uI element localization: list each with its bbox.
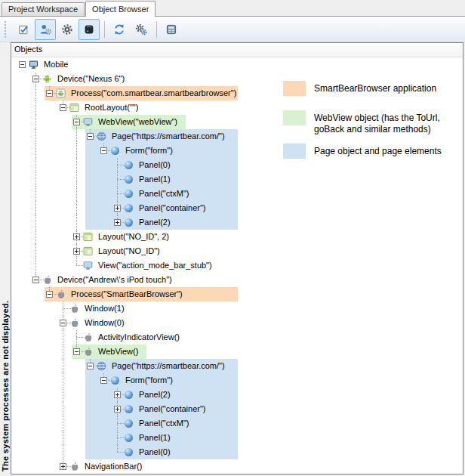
tree-node-label: Mobile xyxy=(42,57,70,72)
expand-toggle-icon[interactable] xyxy=(73,248,80,255)
system-processes-note-text: The system processes are not displayed. xyxy=(1,301,10,471)
tree-node[interactable]: Window(1) xyxy=(11,301,463,316)
tab-project-workspace[interactable]: Project Workspace xyxy=(2,2,85,16)
tree-node[interactable]: WebView("webView") xyxy=(11,115,463,129)
tree-node[interactable]: Page("https://smartbear.com/") xyxy=(11,359,463,373)
ball-icon xyxy=(110,146,120,156)
settings-button[interactable] xyxy=(57,19,78,40)
ball-icon xyxy=(110,376,120,385)
tree-node[interactable]: Form("form") xyxy=(11,144,463,158)
collapse-toggle-icon[interactable] xyxy=(73,119,80,125)
tree-guide xyxy=(63,445,63,459)
panel-layout-button[interactable] xyxy=(161,19,182,40)
tree-guide xyxy=(63,345,63,359)
tree-guide xyxy=(35,230,36,244)
tree-node[interactable]: Panel("ctxM") xyxy=(11,187,463,201)
tree-node[interactable]: Page("https://smartbear.com/") xyxy=(11,129,463,144)
expand-toggle-icon[interactable] xyxy=(60,463,66,470)
tree-node-label: NavigationBar() xyxy=(82,459,144,474)
tree-node[interactable]: Panel("ctxM") xyxy=(11,416,463,431)
refresh-button[interactable] xyxy=(109,19,130,40)
toolbar-buttons xyxy=(13,19,183,40)
tree-node[interactable]: WebView() xyxy=(11,345,463,359)
tree-node[interactable]: Layout("NO_ID") xyxy=(11,244,463,258)
object-browser-window: Project Workspace Object Browser The sys… xyxy=(0,0,465,476)
tree-node-label: Device("Nexus 6") xyxy=(55,72,127,86)
tree-node[interactable]: Process("com.smartbear.smartbearbrowser"… xyxy=(11,86,463,100)
tree-node-label: Layout("NO_ID", 2) xyxy=(96,230,171,244)
objects-panel-title: Objects xyxy=(14,45,42,54)
tree-guide xyxy=(35,129,36,144)
advanced-tools-button[interactable] xyxy=(131,19,152,40)
tree-guide xyxy=(35,144,36,158)
expand-toggle-icon[interactable] xyxy=(114,219,121,226)
tree-node[interactable]: Panel(2) xyxy=(11,215,463,230)
tree-guide xyxy=(76,187,77,201)
tree-node[interactable]: RootLayout("") xyxy=(11,100,463,115)
collapse-toggle-icon[interactable] xyxy=(60,320,66,326)
expand-toggle-icon[interactable] xyxy=(114,205,121,212)
tree-guide xyxy=(63,402,63,416)
tab-object-browser[interactable]: Object Browser xyxy=(85,1,156,17)
show-properties-button[interactable] xyxy=(13,19,34,40)
tree-guide xyxy=(76,201,77,215)
collapse-toggle-icon[interactable] xyxy=(19,61,26,68)
tree-node[interactable]: Mobile xyxy=(11,57,463,72)
tree-node-label: Panel(0) xyxy=(137,158,173,172)
grid-icon xyxy=(165,23,177,36)
tree-node[interactable]: Panel(1) xyxy=(11,172,463,187)
tree-node[interactable]: Layout("NO_ID", 2) xyxy=(11,230,463,244)
globe-icon xyxy=(97,131,106,141)
tree-node[interactable]: Panel(2) xyxy=(11,388,463,402)
expand-toggle-icon[interactable] xyxy=(114,391,121,398)
collapse-toggle-icon[interactable] xyxy=(100,377,107,384)
tree-node-label: Page("https://smartbear.com/") xyxy=(109,129,227,144)
ball-icon xyxy=(124,447,134,457)
android-app-icon xyxy=(56,88,66,98)
collapse-toggle-icon[interactable] xyxy=(32,76,39,82)
tree-node[interactable]: Device("Andrew\'s iPod touch") xyxy=(11,273,463,287)
tree-guide xyxy=(76,338,77,345)
tree-node[interactable]: Process("SmartBearBrowser") xyxy=(11,287,463,301)
tree-node[interactable]: NavigationBar() xyxy=(11,459,463,474)
map-object-button[interactable] xyxy=(35,19,56,40)
tree-node[interactable]: Device("Nexus 6") xyxy=(11,72,463,86)
apple-icon xyxy=(83,347,93,357)
ball-icon xyxy=(124,189,134,199)
collapse-toggle-icon[interactable] xyxy=(100,147,107,154)
collapse-toggle-icon[interactable] xyxy=(87,133,94,140)
tree-node-label: Panel(1) xyxy=(137,172,173,187)
ball-icon xyxy=(124,203,134,213)
tree-node[interactable]: Panel(1) xyxy=(11,431,463,445)
checkbox-icon xyxy=(17,23,29,36)
tree-node[interactable]: Panel(0) xyxy=(11,158,463,172)
tree-node[interactable]: Panel("container") xyxy=(11,402,463,416)
toolbar-grip-handle[interactable] xyxy=(5,21,9,38)
highlight-object-button[interactable] xyxy=(79,19,100,40)
tree-guide xyxy=(76,129,77,144)
monitor-icon xyxy=(29,60,38,70)
tree-node-label: View("action_mode_bar_stub") xyxy=(96,258,214,273)
tree-node-label: Panel("ctxM") xyxy=(137,416,192,431)
tree-node[interactable]: Window(0) xyxy=(11,316,463,330)
collapse-toggle-icon[interactable] xyxy=(73,348,80,355)
tree-node[interactable]: Panel(0) xyxy=(11,445,463,459)
tree-node[interactable]: Panel("container") xyxy=(11,201,463,215)
apple-icon xyxy=(42,275,52,285)
tree-node[interactable]: ActivityIndicatorView() xyxy=(11,330,463,345)
collapse-toggle-icon[interactable] xyxy=(60,104,66,111)
tree-node[interactable]: View("action_mode_bar_stub") xyxy=(11,258,463,273)
tree-guide xyxy=(63,359,63,373)
tree-node-label: Window(1) xyxy=(82,301,127,316)
gear-icon xyxy=(61,23,73,36)
collapse-toggle-icon[interactable] xyxy=(32,277,39,283)
collapse-toggle-icon[interactable] xyxy=(87,363,94,369)
collapse-toggle-icon[interactable] xyxy=(46,90,53,97)
expand-toggle-icon[interactable] xyxy=(73,233,80,240)
tree-node-label: ActivityIndicatorView() xyxy=(96,330,182,345)
collapse-toggle-icon[interactable] xyxy=(46,291,53,298)
apple-icon xyxy=(69,318,79,328)
expand-toggle-icon[interactable] xyxy=(114,406,121,413)
tree-node[interactable]: Form("form") xyxy=(11,373,463,388)
toolbar-separator xyxy=(156,21,157,38)
